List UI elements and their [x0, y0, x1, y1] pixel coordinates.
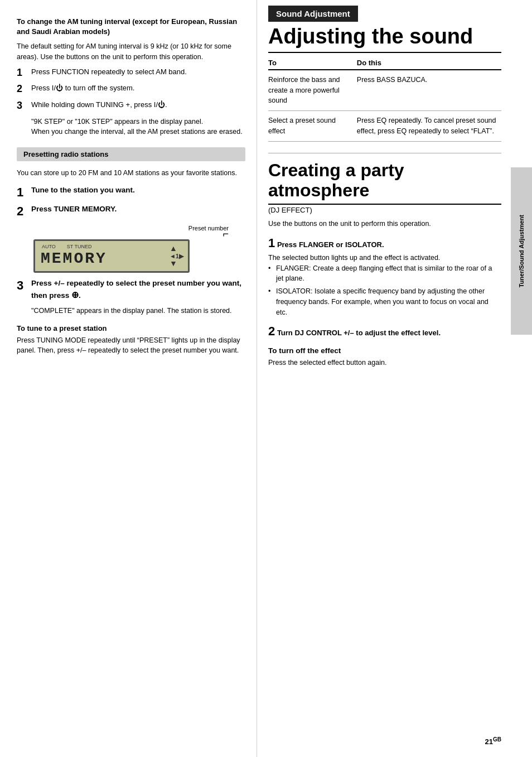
table-row: Reinforce the bass and create a more pow…	[268, 70, 501, 111]
preset-step-text-3: Press +/– repeatedly to select the prese…	[31, 278, 245, 301]
presetting-header: Presetting radio stations	[17, 147, 245, 161]
memory-display-text: MEMORY	[41, 250, 107, 267]
step-num-2: 2	[17, 83, 29, 95]
right-column: Sound Adjustment Adjusting the sound To …	[257, 0, 532, 757]
display-top-labels: AUTO ST TUNED	[42, 244, 92, 249]
am-step-3: 3 While holding down TUNING +, press I/⏻…	[17, 100, 245, 112]
page-number: 21GB	[485, 736, 501, 746]
table-cell-to-1: Select a preset sound effect	[268, 111, 357, 142]
sound-table: To Do this Reinforce the bass and create…	[268, 56, 501, 142]
party-step-num-1: 1	[268, 236, 275, 250]
preset-number-label: Preset number ⌐	[28, 225, 229, 238]
table-cell-do-0: Press BASS BAZUCA.	[357, 70, 501, 111]
left-column: To change the AM tuning interval (except…	[0, 0, 257, 757]
section-divider	[268, 153, 501, 153]
turn-off-body: Press the selected effect button again.	[268, 358, 501, 368]
bullet-1: • FLANGER: Create a deep flanging effect…	[268, 263, 501, 285]
party-step-1: 1 Press FLANGER or ISOLATOR. The selecte…	[268, 236, 501, 318]
party-step-num-2: 2	[268, 324, 275, 338]
am-steps-list: 1 Press FUNCTION repeatedly to select AM…	[17, 67, 245, 112]
adjusting-title: Adjusting the sound	[268, 25, 501, 53]
am-tuning-body: The default setting for AM tuning interv…	[17, 41, 245, 62]
preset-step-1: 1 Tune to the station you want.	[17, 185, 245, 200]
table-cell-do-1: Press EQ repeatedly. To cancel preset so…	[357, 111, 501, 142]
am-step-2: 2 Press I/⏻ to turn off the system.	[17, 83, 245, 95]
party-step-label-2: Turn DJ CONTROL +/– to adjust the effect…	[277, 329, 441, 337]
am-step3-sub: "9K STEP" or "10K STEP" appears in the d…	[17, 117, 245, 138]
step-text-1: Press FUNCTION repeatedly to select AM b…	[31, 67, 245, 79]
display-box: AUTO ST TUNED MEMORY ▲ ◄1▶ ▼	[33, 239, 190, 273]
table-header-to: To	[268, 56, 357, 70]
am-tuning-section: To change the AM tuning interval (except…	[17, 17, 245, 137]
bullet-text-1: FLANGER: Create a deep flanging effect t…	[276, 263, 501, 285]
party-title: Creating a party atmosphere	[268, 160, 501, 205]
step-num-3: 3	[17, 100, 29, 112]
preset-step3-sub: "COMPLETE" appears in the display panel.…	[17, 306, 245, 316]
preset-step-text-1: Tune to the station you want.	[31, 185, 245, 200]
party-subtitle: (DJ EFFECT)	[268, 206, 501, 214]
auto-label: AUTO	[42, 244, 56, 249]
table-row: Select a preset sound effect Press EQ re…	[268, 111, 501, 142]
preset-step-num-3: 3	[17, 278, 29, 301]
preset-step-2: 2 Press TUNER MEMORY.	[17, 204, 245, 219]
party-step-2: 2 Turn DJ CONTROL +/– to adjust the effe…	[268, 324, 501, 339]
party-step-body-text-1: The selected button lights up and the ef…	[268, 253, 501, 263]
preset-step-num-2: 2	[17, 204, 29, 219]
sidebar-label: Tuner/Sound Adjustment	[511, 167, 532, 335]
sound-adjustment-header: Sound Adjustment	[268, 6, 358, 22]
tune-preset-title: To tune to a preset station	[17, 324, 245, 332]
presetting-intro: You can store up to 20 FM and 10 AM stat…	[17, 168, 245, 179]
turn-off-title: To turn off the effect	[268, 346, 501, 355]
table-cell-to-0: Reinforce the bass and create a more pow…	[268, 70, 357, 111]
bullet-text-2: ISOLATOR: Isolate a specific frequency b…	[276, 286, 501, 317]
step-num-1: 1	[17, 67, 29, 79]
step-text-2: Press I/⏻ to turn off the system.	[31, 83, 245, 95]
party-step-body-1: The selected button lights up and the ef…	[268, 253, 501, 318]
preset-step-3: 3 Press +/– repeatedly to select the pre…	[17, 278, 245, 301]
st-tuned-label: ST TUNED	[67, 244, 92, 249]
am-tuning-title: To change the AM tuning interval (except…	[17, 17, 245, 37]
party-step-label-1: Press FLANGER or ISOLATOR.	[277, 240, 384, 249]
preset-step-text-2: Press TUNER MEMORY.	[31, 204, 245, 219]
preset-step-num-1: 1	[17, 185, 29, 200]
display-arrows: ▲ ◄1▶ ▼	[170, 244, 183, 268]
display-panel-area: Preset number ⌐ AUTO ST TUNED MEMORY ▲ ◄…	[28, 225, 245, 273]
bullet-2: • ISOLATOR: Isolate a specific frequency…	[268, 286, 501, 317]
step-text-3: While holding down TUNING +, press I/⏻.	[31, 100, 245, 112]
tune-preset-body: Press TUNING MODE repeatedly until “PRES…	[17, 335, 245, 356]
am-step-1: 1 Press FUNCTION repeatedly to select AM…	[17, 67, 245, 79]
table-header-do: Do this	[357, 56, 501, 70]
party-intro: Use the buttons on the unit to perform t…	[268, 219, 501, 229]
